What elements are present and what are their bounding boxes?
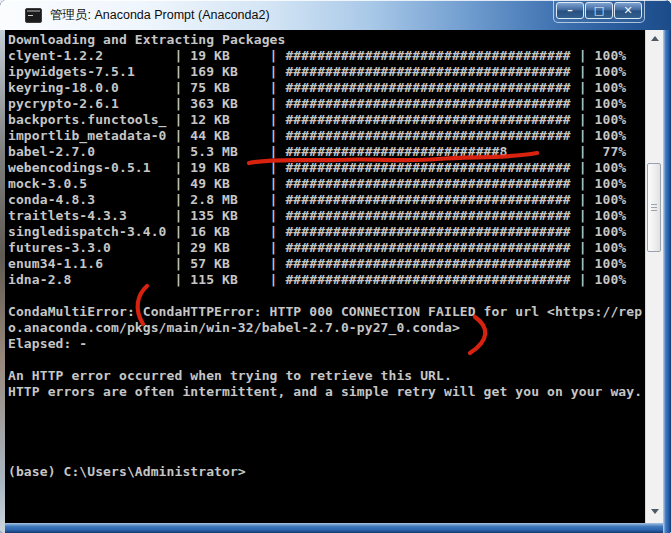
titlebar[interactable]: 管理员: Anaconda Prompt (Anaconda2) – □ ✕ bbox=[0, 0, 671, 30]
package-progress-line: keyring-18.0.0 | 75 KB | ###############… bbox=[8, 80, 645, 96]
down-arrow-icon bbox=[651, 509, 659, 514]
package-progress-list: clyent-1.2.2 | 19 KB | #################… bbox=[8, 48, 645, 288]
http-note-line-2: HTTP errors are often intermittent, and … bbox=[8, 384, 645, 400]
package-progress-line: enum34-1.1.6 | 57 KB | #################… bbox=[8, 256, 645, 272]
scrollbar-thumb[interactable] bbox=[647, 163, 661, 252]
window-border-bottom bbox=[0, 523, 671, 533]
maximize-icon: □ bbox=[594, 4, 604, 17]
up-arrow-icon bbox=[651, 36, 659, 41]
conda-error-line-1: CondaMultiError: CondaHTTPError: HTTP 00… bbox=[8, 304, 645, 320]
window-title: 管理员: Anaconda Prompt (Anaconda2) bbox=[50, 7, 270, 24]
console-output[interactable]: Downloading and Extracting Packages clye… bbox=[5, 30, 645, 523]
package-progress-line: pycrypto-2.6.1 | 363 KB | ##############… bbox=[8, 96, 645, 112]
scroll-down-button[interactable] bbox=[646, 503, 663, 520]
console-header-line: Downloading and Extracting Packages bbox=[8, 32, 645, 48]
package-progress-line: importlib_metadata-0 | 44 KB | #########… bbox=[8, 128, 645, 144]
package-progress-line: traitlets-4.3.3 | 135 KB | #############… bbox=[8, 208, 645, 224]
prompt-line[interactable]: (base) C:\Users\Administrator> bbox=[8, 464, 645, 480]
package-progress-line: conda-4.8.3 | 2.8 MB | #################… bbox=[8, 192, 645, 208]
conda-error-line-2: o.anaconda.com/pkgs/main/win-32/babel-2.… bbox=[8, 320, 645, 336]
minimize-icon: – bbox=[567, 4, 573, 17]
window-body: Downloading and Extracting Packages clye… bbox=[5, 30, 663, 523]
console-app-icon bbox=[25, 8, 42, 23]
anaconda-prompt-window: 管理员: Anaconda Prompt (Anaconda2) – □ ✕ D… bbox=[0, 0, 671, 533]
package-progress-line: singledispatch-3.4.0 | 16 KB | #########… bbox=[8, 224, 645, 240]
package-progress-line: ipywidgets-7.5.1 | 169 KB | ############… bbox=[8, 64, 645, 80]
console-blank-line bbox=[8, 352, 645, 368]
maximize-button[interactable]: □ bbox=[585, 2, 613, 19]
minimize-button[interactable]: – bbox=[556, 2, 584, 19]
package-progress-line: backports.functools_ | 12 KB | #########… bbox=[8, 112, 645, 128]
package-progress-line: idna-2.8 | 115 KB | ####################… bbox=[8, 272, 645, 288]
close-button[interactable]: ✕ bbox=[614, 2, 642, 19]
window-controls: – □ ✕ bbox=[553, 0, 645, 23]
package-progress-line: futures-3.3.0 | 29 KB | ################… bbox=[8, 240, 645, 256]
package-progress-line: babel-2.7.0 | 5.3 MB | #################… bbox=[8, 144, 645, 160]
package-progress-line: mock-3.0.5 | 49 KB | ###################… bbox=[8, 176, 645, 192]
close-icon: ✕ bbox=[623, 4, 632, 17]
console-blank-line bbox=[8, 432, 645, 448]
console-blank-line bbox=[8, 448, 645, 464]
console-blank-line bbox=[8, 288, 645, 304]
console-blank-line bbox=[8, 400, 645, 416]
screen: 管理员: Anaconda Prompt (Anaconda2) – □ ✕ D… bbox=[0, 0, 671, 533]
package-progress-line: clyent-1.2.2 | 19 KB | #################… bbox=[8, 48, 645, 64]
console-blank-line bbox=[8, 416, 645, 432]
vertical-scrollbar[interactable] bbox=[645, 30, 663, 523]
elapsed-line: Elapsed: - bbox=[8, 336, 645, 352]
scroll-up-button[interactable] bbox=[646, 30, 663, 47]
window-border-right bbox=[663, 30, 671, 533]
package-progress-line: webencodings-0.5.1 | 19 KB | ###########… bbox=[8, 160, 645, 176]
http-note-line-1: An HTTP error occurred when trying to re… bbox=[8, 368, 645, 384]
